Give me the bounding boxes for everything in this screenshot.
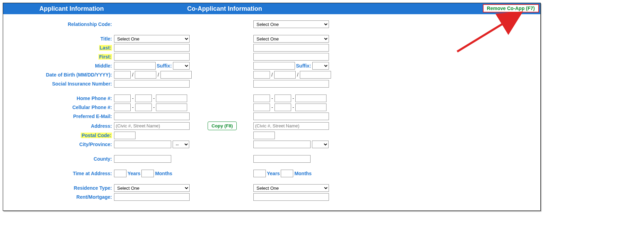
co-months-input[interactable] — [281, 170, 293, 177]
label-first: First: — [6, 54, 114, 60]
app-cphone-1[interactable] — [114, 104, 131, 111]
co-sin-input[interactable] — [253, 80, 329, 88]
label-middle: Middle: — [6, 63, 114, 69]
co-address-input[interactable] — [253, 122, 329, 130]
co-dob-dd[interactable] — [274, 71, 296, 79]
co-postal-input[interactable] — [253, 132, 275, 139]
copy-button[interactable]: Copy (F8) — [208, 122, 236, 130]
label-email: Preferred E-Mail: — [6, 114, 114, 119]
co-dob-yyyy[interactable] — [300, 71, 331, 79]
label-dob: Date of Birth (MM/DD/YYYY): — [6, 72, 114, 78]
co-cphone-1[interactable] — [253, 104, 270, 111]
co-suffix-select[interactable] — [312, 62, 329, 70]
label-time-addr: Time at Address: — [6, 171, 114, 176]
app-county-input[interactable] — [114, 155, 171, 163]
co-hphone-3[interactable] — [295, 95, 327, 102]
co-first-input[interactable] — [253, 53, 329, 61]
co-middle-input[interactable] — [253, 62, 295, 70]
app-cphone-2[interactable] — [135, 104, 152, 111]
co-rentmort-input[interactable] — [253, 193, 329, 201]
app-city-input[interactable] — [114, 141, 171, 148]
label-years-a: Years — [128, 171, 140, 176]
co-hphone-2[interactable] — [275, 95, 291, 102]
label-years-b: Years — [267, 171, 280, 176]
label-residence-type: Residence Type: — [6, 185, 114, 191]
app-postal-input[interactable] — [114, 132, 136, 139]
label-suffix-a: Suffix: — [157, 63, 172, 69]
header-coapplicant: Co-Applicant Information — [140, 5, 309, 12]
app-months-input[interactable] — [141, 170, 154, 177]
co-last-input[interactable] — [253, 44, 329, 52]
label-suffix-b: Suffix: — [296, 63, 311, 69]
label-cell-phone: Cellular Phone #: — [6, 105, 114, 110]
app-hphone-3[interactable] — [156, 95, 187, 102]
co-county-input[interactable] — [253, 155, 311, 163]
app-dob-yyyy[interactable] — [160, 71, 192, 79]
co-hphone-1[interactable] — [253, 95, 270, 102]
label-relationship: Relationship Code: — [6, 21, 114, 27]
co-email-input[interactable] — [253, 113, 329, 120]
label-home-phone: Home Phone #: — [6, 96, 114, 101]
label-address: Address: — [6, 123, 114, 129]
app-address-input[interactable] — [114, 122, 190, 130]
co-prov-select[interactable] — [312, 141, 329, 148]
co-dob-mm[interactable] — [253, 71, 270, 79]
app-first-input[interactable] — [114, 53, 190, 61]
app-cphone-3[interactable] — [156, 104, 187, 111]
label-sin: Social Insurance Number: — [6, 81, 114, 87]
co-cphone-3[interactable] — [295, 104, 327, 111]
remove-coapp-button[interactable]: Remove Co-App (F7) — [483, 4, 539, 12]
label-title: Title: — [6, 36, 114, 42]
label-cityprov: City/Province: — [6, 142, 114, 147]
app-prov-select[interactable]: -- — [173, 141, 189, 148]
app-hphone-1[interactable] — [114, 95, 131, 102]
app-email-input[interactable] — [114, 113, 190, 120]
label-months-a: Months — [155, 171, 172, 176]
label-last: Last: — [6, 45, 114, 51]
app-restype-select[interactable]: Select One — [114, 184, 190, 192]
app-dob-dd[interactable] — [135, 71, 156, 79]
co-years-input[interactable] — [253, 170, 266, 177]
app-middle-input[interactable] — [114, 62, 156, 70]
app-sin-input[interactable] — [114, 80, 190, 88]
label-rent-mortgage: Rent/Mortgage: — [6, 194, 114, 200]
co-cphone-2[interactable] — [275, 104, 291, 111]
co-restype-select[interactable]: Select One — [253, 184, 329, 192]
app-years-input[interactable] — [114, 170, 127, 177]
app-suffix-select[interactable] — [173, 62, 190, 70]
app-rentmort-input[interactable] — [114, 193, 190, 201]
app-last-input[interactable] — [114, 44, 190, 52]
co-city-input[interactable] — [253, 141, 311, 148]
co-title-select[interactable]: Select One — [253, 35, 329, 43]
header-applicant: Applicant Information — [3, 5, 140, 12]
co-relationship-select[interactable]: Select One — [253, 20, 329, 28]
header-bar: Applicant Information Co-Applicant Infor… — [3, 3, 540, 14]
label-county: County: — [6, 156, 114, 162]
form-container: Applicant Information Co-Applicant Infor… — [3, 3, 541, 211]
app-title-select[interactable]: Select One — [114, 35, 190, 43]
app-hphone-2[interactable] — [135, 95, 152, 102]
app-dob-mm[interactable] — [114, 71, 131, 79]
label-postal: Postal Code: — [6, 133, 114, 138]
label-months-b: Months — [294, 171, 312, 176]
